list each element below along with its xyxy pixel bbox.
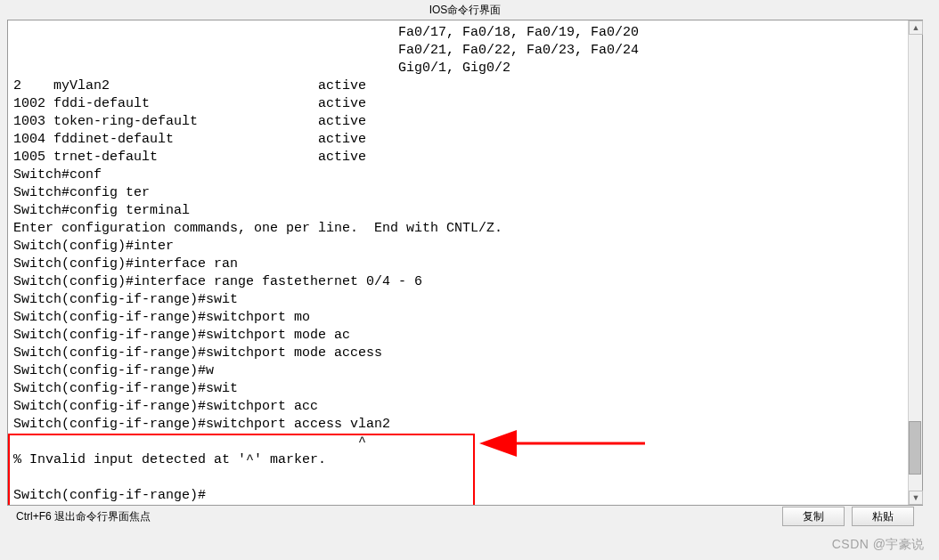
terminal-viewport[interactable]: Fa0/17, Fa0/18, Fa0/19, Fa0/20 Fa0/21, F… [8, 20, 908, 505]
terminal-line: Fa0/21, Fa0/22, Fa0/23, Fa0/24 [13, 42, 902, 60]
terminal-line: ^ [13, 434, 902, 451]
terminal-line: Fa0/17, Fa0/18, Fa0/19, Fa0/20 [13, 24, 902, 42]
terminal-line: 1003 token-ring-default active [13, 113, 902, 131]
cli-panel: IOS命令行界面 Fa0/17, Fa0/18, Fa0/19, Fa0/20 … [0, 0, 930, 506]
terminal-line: 1005 trnet-default active [13, 149, 902, 166]
paste-button[interactable]: 粘贴 [852, 507, 914, 526]
terminal-line: Switch(config-if-range)#switchport mode … [13, 345, 902, 362]
terminal-line: Switch(config-if-range)#switchport mo [13, 309, 902, 327]
terminal-frame: Fa0/17, Fa0/18, Fa0/19, Fa0/20 Fa0/21, F… [7, 20, 923, 506]
terminal-line: Switch#conf [13, 166, 902, 184]
terminal-line: 1002 fddi-default active [13, 95, 902, 113]
terminal-line: Switch(config-if-range)#swit [13, 291, 902, 309]
terminal-line: 2 myVlan2 active [13, 77, 902, 95]
terminal-line: Switch(config)#interface ran [13, 256, 902, 273]
terminal-line: % Invalid input detected at '^' marker. [13, 451, 902, 469]
footer-bar: Ctrl+F6 退出命令行界面焦点 复制 粘贴 [0, 501, 930, 532]
footer-button-group: 复制 粘贴 [782, 507, 914, 526]
terminal-line: Gig0/1, Gig0/2 [13, 60, 902, 77]
scroll-up-button[interactable]: ▲ [909, 20, 923, 35]
terminal-line: Switch(config-if-range)#switchport acces… [13, 416, 902, 434]
terminal-line: Switch(config-if-range)#switchport mode … [13, 327, 902, 345]
scrollbar-thumb[interactable] [909, 421, 921, 475]
terminal-line: Switch#config terminal [13, 202, 902, 220]
terminal-line: Switch#config ter [13, 184, 902, 202]
terminal-line: Switch(config)#interface range fastether… [13, 273, 902, 291]
terminal-line: Switch(config-if-range)#switchport acc [13, 398, 902, 416]
watermark-text: CSDN @宇豪说 [832, 537, 925, 553]
terminal-output[interactable]: Fa0/17, Fa0/18, Fa0/19, Fa0/20 Fa0/21, F… [8, 20, 908, 505]
terminal-line [13, 469, 902, 487]
terminal-line: Enter configuration commands, one per li… [13, 220, 902, 238]
terminal-line: Switch(config-if-range)#w [13, 362, 902, 380]
panel-title: IOS命令行界面 [0, 0, 930, 20]
terminal-line: 1004 fddinet-default active [13, 131, 902, 149]
copy-button[interactable]: 复制 [782, 507, 845, 526]
terminal-line: Switch(config-if-range)#swit [13, 380, 902, 398]
focus-hint: Ctrl+F6 退出命令行界面焦点 [16, 509, 151, 524]
terminal-line: Switch(config)#inter [13, 238, 902, 256]
vertical-scrollbar[interactable]: ▲ ▼ [908, 20, 922, 505]
